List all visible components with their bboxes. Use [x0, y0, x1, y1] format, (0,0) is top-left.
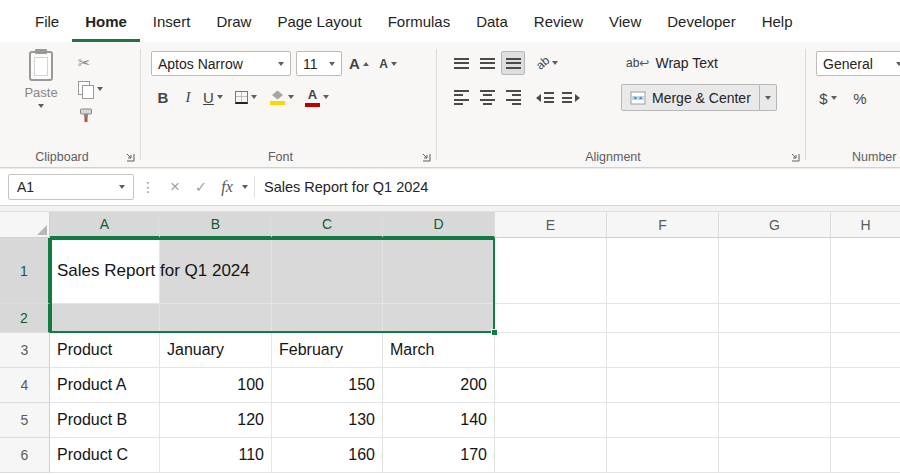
row-header-3[interactable]: 3	[0, 333, 50, 368]
tab-help[interactable]: Help	[749, 0, 806, 42]
fill-color-dropdown-icon[interactable]	[288, 95, 294, 99]
cell-B2[interactable]	[160, 304, 272, 333]
cell-G1[interactable]	[719, 238, 831, 304]
cell-F4[interactable]	[607, 368, 719, 403]
cell-C5[interactable]: 130	[272, 403, 383, 438]
align-right-button[interactable]	[501, 86, 525, 110]
format-painter-button[interactable]	[78, 105, 103, 125]
column-header-F[interactable]: F	[607, 212, 719, 238]
currency-dropdown-icon[interactable]	[831, 96, 837, 100]
merge-and-center-dropdown[interactable]	[760, 84, 777, 111]
fill-color-button[interactable]	[269, 85, 295, 109]
align-center-button[interactable]	[475, 86, 499, 110]
increase-indent-button[interactable]	[559, 86, 583, 110]
number-format-combobox[interactable]: General	[816, 51, 900, 76]
tab-home[interactable]: Home	[72, 0, 140, 42]
bold-button[interactable]: B	[151, 85, 175, 109]
insert-function-icon[interactable]: fx	[214, 178, 240, 196]
orientation-button[interactable]: ab	[535, 51, 559, 75]
cell-E2[interactable]	[495, 304, 607, 333]
column-header-A[interactable]: A	[50, 212, 160, 238]
cell-H5[interactable]	[831, 403, 900, 438]
percent-style-button[interactable]: %	[848, 86, 872, 110]
tab-draw[interactable]: Draw	[203, 0, 264, 42]
increase-font-size-button[interactable]: A	[347, 52, 371, 76]
column-header-E[interactable]: E	[495, 212, 607, 238]
cell-E5[interactable]	[495, 403, 607, 438]
copy-button[interactable]	[78, 79, 103, 99]
cell-F5[interactable]	[607, 403, 719, 438]
column-header-C[interactable]: C	[272, 212, 383, 238]
cell-F1[interactable]	[607, 238, 719, 304]
cell-D3[interactable]: March	[383, 333, 495, 368]
cell-F2[interactable]	[607, 304, 719, 333]
cell-H4[interactable]	[831, 368, 900, 403]
cell-G3[interactable]	[719, 333, 831, 368]
cell-E3[interactable]	[495, 333, 607, 368]
cell-B3[interactable]: January	[160, 333, 272, 368]
cell-B4[interactable]: 100	[160, 368, 272, 403]
cell-C1[interactable]	[272, 238, 383, 304]
copy-dropdown-icon[interactable]	[97, 87, 103, 91]
name-box[interactable]: A1	[8, 174, 134, 200]
row-header-6[interactable]: 6	[0, 438, 50, 473]
column-header-D[interactable]: D	[383, 212, 495, 238]
tab-data[interactable]: Data	[463, 0, 521, 42]
row-header-1[interactable]: 1	[0, 238, 50, 304]
cell-D1[interactable]	[383, 238, 495, 304]
cell-G4[interactable]	[719, 368, 831, 403]
tab-file[interactable]: File	[22, 0, 72, 42]
cell-E4[interactable]	[495, 368, 607, 403]
column-header-G[interactable]: G	[719, 212, 831, 238]
middle-align-button[interactable]	[475, 51, 499, 75]
font-dialog-launcher-icon[interactable]	[421, 152, 431, 162]
orientation-dropdown-icon[interactable]	[552, 61, 558, 65]
cell-C3[interactable]: February	[272, 333, 383, 368]
cell-E1[interactable]	[495, 238, 607, 304]
enter-icon[interactable]: ✓	[188, 178, 214, 196]
italic-button[interactable]: I	[176, 85, 200, 109]
cell-A5[interactable]: Product B	[50, 403, 160, 438]
tab-view[interactable]: View	[596, 0, 654, 42]
cell-D2[interactable]	[383, 304, 495, 333]
cell-F3[interactable]	[607, 333, 719, 368]
cell-A3[interactable]: Product	[50, 333, 160, 368]
select-all-corner[interactable]	[0, 212, 50, 238]
row-header-5[interactable]: 5	[0, 403, 50, 438]
cell-G5[interactable]	[719, 403, 831, 438]
cell-A2[interactable]	[50, 304, 160, 333]
cell-C4[interactable]: 150	[272, 368, 383, 403]
tab-insert[interactable]: Insert	[140, 0, 204, 42]
cell-A4[interactable]: Product A	[50, 368, 160, 403]
merge-and-center-button[interactable]: Merge & Center	[621, 84, 760, 111]
alignment-dialog-launcher-icon[interactable]	[790, 152, 800, 162]
row-header-4[interactable]: 4	[0, 368, 50, 403]
bottom-align-button[interactable]	[501, 51, 525, 75]
cell-C2[interactable]	[272, 304, 383, 333]
font-size-combobox[interactable]: 11	[296, 51, 342, 76]
decrease-indent-button[interactable]	[533, 86, 557, 110]
cell-G6[interactable]	[719, 438, 831, 473]
cell-H2[interactable]	[831, 304, 900, 333]
tab-page-layout[interactable]: Page Layout	[264, 0, 374, 42]
name-box-dropdown-icon[interactable]	[119, 185, 125, 189]
cell-G2[interactable]	[719, 304, 831, 333]
underline-dropdown-icon[interactable]	[217, 95, 223, 99]
fill-handle[interactable]	[491, 329, 498, 336]
formula-bar-drag-handle[interactable]: ⋮	[141, 179, 155, 195]
top-align-button[interactable]	[449, 51, 473, 75]
cell-D5[interactable]: 140	[383, 403, 495, 438]
cell-A6[interactable]: Product C	[50, 438, 160, 473]
cell-D4[interactable]: 200	[383, 368, 495, 403]
wrap-text-button[interactable]: ab↩ Wrap Text	[621, 52, 723, 74]
formula-input[interactable]: Sales Report for Q1 2024	[264, 179, 428, 195]
cell-B6[interactable]: 110	[160, 438, 272, 473]
cell-E6[interactable]	[495, 438, 607, 473]
cell-A1[interactable]: Sales Report for Q1 2024	[50, 238, 160, 304]
tab-review[interactable]: Review	[521, 0, 596, 42]
cell-F6[interactable]	[607, 438, 719, 473]
align-left-button[interactable]	[449, 86, 473, 110]
font-name-combobox[interactable]: Aptos Narrow	[151, 51, 291, 76]
cell-H1[interactable]	[831, 238, 900, 304]
font-color-button[interactable]: A	[304, 85, 330, 109]
